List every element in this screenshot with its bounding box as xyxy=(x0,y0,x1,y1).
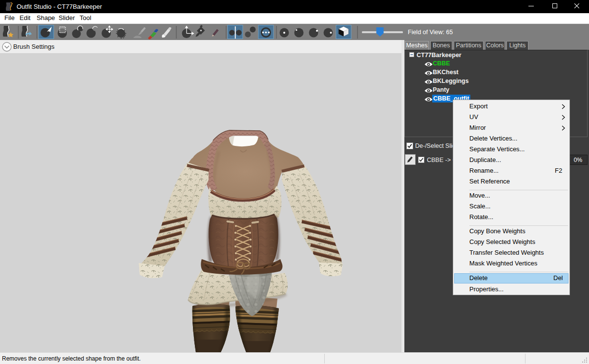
svg-text:Field of View: 65: Field of View: 65 xyxy=(408,29,453,36)
